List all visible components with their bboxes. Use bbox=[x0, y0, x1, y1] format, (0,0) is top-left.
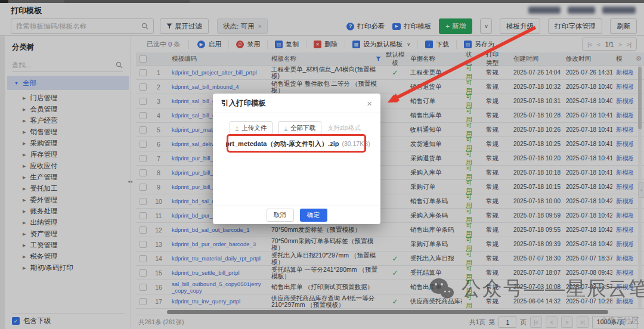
caret-right-icon[interactable]: ▶ bbox=[23, 153, 26, 157]
print-must-read-link[interactable]: ? 打印必看 bbox=[346, 22, 385, 31]
caret-right-icon[interactable]: ▶ bbox=[23, 141, 26, 146]
horizontal-scrollbar-thumb[interactable] bbox=[167, 310, 608, 314]
print-template-video-link[interactable]: ▶ 打印模板 bbox=[392, 22, 431, 31]
template-code-link[interactable]: kdprint_sal_bill_inbound_4 bbox=[167, 83, 267, 90]
sidebar-category-item[interactable]: ▶ 税务管理 bbox=[5, 251, 131, 262]
new-template-link[interactable]: 新模板 bbox=[612, 183, 633, 191]
row-checkbox[interactable] bbox=[136, 284, 150, 291]
caret-right-icon[interactable]: ▶ bbox=[23, 266, 26, 271]
expand-filter-button[interactable]: 展开过滤 bbox=[160, 18, 209, 34]
uploaded-file-item[interactable]: prt_metedata（勿动-原文件引入）.zip (30.17KB) bbox=[228, 136, 364, 151]
new-template-link[interactable]: 新模板 bbox=[612, 226, 633, 234]
prev-page-icon[interactable]: < bbox=[597, 41, 600, 48]
new-template-link[interactable]: 新模板 bbox=[612, 240, 633, 249]
table-row[interactable]: 6 kdprint_sal_delivery_ 发货通知单 可用 常规 2025… bbox=[136, 137, 644, 151]
row-checkbox[interactable] bbox=[136, 212, 150, 219]
template-code-link[interactable]: kdprint_tru_inv_query_prtpl bbox=[167, 298, 267, 305]
row-checkbox[interactable] bbox=[136, 241, 150, 248]
col-header-created[interactable]: 创建时间 bbox=[509, 55, 561, 63]
column-filter-icon[interactable] bbox=[376, 56, 381, 61]
tree-search[interactable] bbox=[12, 58, 123, 72]
bulk-action-download[interactable]: ↓ 下载 bbox=[418, 40, 457, 49]
table-row[interactable]: 8 kdprint_pur_bill_inbo 采购入库单 可用 常规 2025… bbox=[136, 166, 644, 180]
new-template-link[interactable]: 新模板 bbox=[612, 69, 633, 77]
row-checkbox[interactable] bbox=[136, 141, 150, 148]
upload-file-button[interactable]: ↑ 上传文件 bbox=[230, 121, 273, 135]
redacted-item[interactable] bbox=[528, 7, 561, 14]
caret-right-icon[interactable]: ▶ bbox=[23, 164, 26, 169]
bulk-action-copy[interactable]: ▤ 复制 bbox=[268, 40, 306, 49]
bulk-action-disable[interactable]: ∅ 禁用 bbox=[229, 40, 268, 49]
cancel-button[interactable]: 取消 bbox=[267, 209, 294, 222]
sidebar-category-item[interactable]: ▶ 期初/条码打印 bbox=[5, 262, 131, 274]
caret-right-icon[interactable]: ▶ bbox=[23, 187, 26, 191]
status-filter-tag[interactable]: 状态: 可用 × bbox=[217, 18, 268, 34]
table-row[interactable]: 4 kdprint_sal_bill_outbo 销售出库单 可用 常规 202… bbox=[136, 108, 644, 123]
tree-search-input[interactable] bbox=[12, 61, 116, 69]
search-input[interactable] bbox=[16, 23, 141, 30]
caret-right-icon[interactable]: ▶ bbox=[23, 198, 26, 203]
print-font-manage-button[interactable]: 打印字体管理 bbox=[548, 18, 602, 34]
table-row[interactable]: 3 kdprint_sal_bill_order 销售订单 可用 常规 2025… bbox=[136, 94, 644, 108]
row-checkbox[interactable] bbox=[136, 98, 150, 105]
caret-right-icon[interactable]: ▶ bbox=[23, 221, 26, 225]
sidebar-category-item[interactable]: ▶ 出纳管理 bbox=[5, 217, 131, 228]
sidebar-category-item[interactable]: ▶ 资产管理 bbox=[5, 228, 131, 240]
caret-right-icon[interactable]: ▶ bbox=[23, 107, 26, 112]
refresh-button[interactable]: 刷新 bbox=[610, 18, 637, 34]
bulk-action-save-as[interactable]: ▤ 另存为 bbox=[457, 40, 502, 49]
new-template-link[interactable]: 新模板 bbox=[612, 140, 633, 148]
caret-right-icon[interactable]: ▶ bbox=[23, 209, 26, 214]
select-all-checkbox[interactable] bbox=[136, 55, 150, 63]
sidebar-category-item[interactable]: ▶ 门店管理 bbox=[5, 92, 131, 104]
caret-right-icon[interactable]: ▶ bbox=[23, 175, 26, 180]
row-checkbox[interactable] bbox=[136, 198, 150, 205]
close-icon[interactable]: × bbox=[367, 99, 372, 108]
column-settings-gear-icon[interactable]: ⚙ bbox=[633, 55, 644, 63]
new-template-link[interactable]: 新模板 bbox=[612, 212, 633, 220]
new-template-link[interactable]: 新模板 bbox=[612, 254, 633, 263]
row-checkbox[interactable] bbox=[136, 155, 150, 162]
table-row[interactable]: 13 kdprint_bd_pur_order_barcode_3 70*50m… bbox=[136, 237, 644, 252]
row-checkbox[interactable] bbox=[136, 226, 150, 234]
row-checkbox[interactable] bbox=[136, 255, 150, 262]
sidebar-category-item[interactable]: ▶ 生产管理 bbox=[5, 172, 131, 183]
col-header-type[interactable]: 打印类型 bbox=[481, 51, 509, 67]
template-code-link[interactable]: kdprint_bd_sal_out_barcode_1 bbox=[167, 226, 267, 233]
template-search[interactable] bbox=[11, 18, 154, 34]
col-header-modified[interactable]: 修改时间 bbox=[561, 55, 612, 63]
first-page-icon[interactable]: |< bbox=[530, 316, 542, 328]
row-checkbox[interactable] bbox=[136, 112, 150, 119]
table-row[interactable]: 9 kdprint_pur_bill_orde 采购订单 可用 常规 2025-… bbox=[136, 180, 644, 194]
new-template-link[interactable]: 新模板 bbox=[612, 126, 633, 134]
next-page-icon[interactable]: > bbox=[618, 41, 622, 48]
template-code-link[interactable]: kdprint_tru_material_daily_rpt_prtpl bbox=[167, 255, 267, 262]
col-header-code[interactable]: 模板编码 bbox=[167, 55, 267, 63]
table-row[interactable]: 12 kdprint_bd_sal_out_barcode_1 70*50mm发… bbox=[136, 223, 644, 237]
table-row[interactable]: 2 kdprint_sal_bill_inbound_4 销售退货单 整件散包 … bbox=[136, 80, 644, 94]
sidebar-category-item[interactable]: ▶ 销售管理 bbox=[5, 126, 131, 138]
new-template-link[interactable]: 新模板 bbox=[612, 197, 633, 206]
template-code-link[interactable]: kdprint_bd_project_alter_bill_prtpl bbox=[167, 69, 267, 76]
table-row[interactable]: 1 kdprint_bd_project_alter_bill_prtpl 工程… bbox=[136, 66, 644, 80]
sidebar-category-item[interactable]: ▶ 采购管理 bbox=[5, 138, 131, 149]
col-header-default[interactable]: 默认模板 bbox=[385, 51, 405, 67]
sidebar-category-item[interactable]: ▶ 受托加工 bbox=[5, 183, 131, 194]
template-code-link[interactable]: kdprint_bd_pur_order_barcode_3 bbox=[167, 241, 267, 247]
row-checkbox[interactable] bbox=[136, 184, 150, 191]
template-upgrade-button[interactable]: 模板升级 bbox=[500, 18, 540, 34]
vertical-scrollbar-thumb[interactable] bbox=[638, 67, 642, 129]
bulk-action-set-default-template[interactable]: ▦ 设为默认模板 ∨ bbox=[345, 40, 418, 49]
confirm-button[interactable]: 确定 bbox=[300, 209, 327, 222]
first-page-icon[interactable]: |< bbox=[587, 41, 592, 48]
table-row[interactable]: 7 kdprint_pur_bill_outb 采购退货单 可用 常规 2025… bbox=[136, 151, 644, 166]
download-all-button[interactable]: ↓ 全部下载 bbox=[278, 121, 321, 135]
last-page-icon[interactable]: >| bbox=[627, 41, 631, 48]
sidebar-category-all[interactable]: ▼ 全部 bbox=[7, 76, 129, 90]
caret-down-icon[interactable]: ▼ bbox=[14, 81, 18, 85]
right-panel-collapse-handle[interactable]: ‹ bbox=[638, 182, 644, 198]
new-template-link[interactable]: 新模板 bbox=[612, 154, 633, 163]
row-checkbox[interactable] bbox=[136, 169, 150, 176]
last-page-icon[interactable]: >| bbox=[577, 316, 589, 328]
remove-tag-icon[interactable]: × bbox=[258, 23, 261, 30]
